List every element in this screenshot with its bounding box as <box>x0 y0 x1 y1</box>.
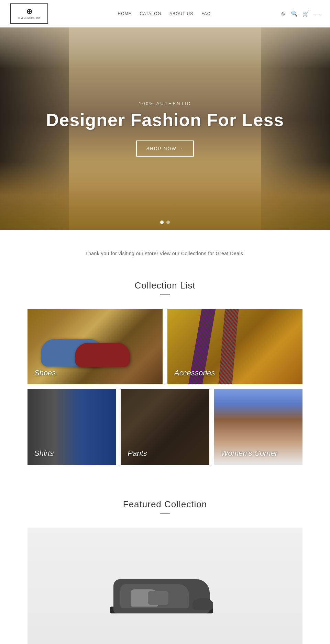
search-icon[interactable]: 🔍 <box>291 10 298 17</box>
collection-title: Collection List <box>28 280 302 291</box>
hero-subtitle: 100% AUTHENTIC <box>46 101 284 106</box>
header: ⊕ E & J Sales, Inc HOME CATALOG ABOUT US… <box>0 0 330 27</box>
collection-pants[interactable]: Pants <box>121 389 209 465</box>
collection-shirts[interactable]: Shirts <box>28 389 116 465</box>
shirts-label: Shirts <box>34 449 54 458</box>
hero-dot-1[interactable] <box>160 221 164 224</box>
nav-home[interactable]: HOME <box>118 11 131 16</box>
logo-box: ⊕ E & J Sales, Inc <box>10 3 48 24</box>
shoe-toe <box>192 598 213 610</box>
cart-icon[interactable]: 🛒 <box>302 10 309 17</box>
featured-shoe-image <box>28 528 302 644</box>
collection-accessories[interactable]: Accessories <box>167 309 302 384</box>
hero-title: Designer Fashion For Less <box>46 110 284 130</box>
collection-grid-top: Shoes Accessories <box>28 309 302 384</box>
nav-catalog[interactable]: CATALOG <box>140 11 161 16</box>
collection-grid-bottom: Shirts Pants Women's Corner <box>28 389 302 465</box>
nav-about[interactable]: ABOUT US <box>169 11 193 16</box>
accessories-label: Accessories <box>174 369 215 377</box>
welcome-section: Thank you for visiting our store! View o… <box>0 230 330 267</box>
hero-floor <box>0 161 330 230</box>
welcome-text: Thank you for visiting our store! View o… <box>14 251 316 256</box>
logo-area[interactable]: ⊕ E & J Sales, Inc <box>10 3 48 24</box>
collection-womens[interactable]: Women's Corner <box>214 389 302 465</box>
collection-divider <box>160 294 170 295</box>
shoe-accent2 <box>148 591 168 605</box>
shoe-silhouette <box>113 562 217 613</box>
featured-divider <box>160 513 170 514</box>
collection-section: Collection List Shoes Accessories Shirts… <box>0 267 330 485</box>
pants-label: Pants <box>128 449 147 458</box>
logo-company-name: E & J Sales, Inc <box>18 16 40 20</box>
hero-cta-button[interactable]: SHOP NOW → <box>136 140 194 157</box>
logo-emblem: ⊕ <box>26 8 32 15</box>
hero-section: 100% AUTHENTIC Designer Fashion For Less… <box>0 27 330 230</box>
account-icon[interactable]: ☺ <box>280 11 286 17</box>
featured-title: Featured Collection <box>28 499 302 510</box>
featured-section: Featured Collection <box>0 485 330 644</box>
main-nav: HOME CATALOG ABOUT US FAQ <box>118 11 211 16</box>
featured-product-card[interactable] <box>28 528 302 644</box>
nav-icons: ☺ 🔍 🛒 — <box>280 10 320 17</box>
menu-icon[interactable]: — <box>314 11 320 17</box>
hero-dot-2[interactable] <box>166 221 170 224</box>
hero-content: 100% AUTHENTIC Designer Fashion For Less… <box>46 101 284 156</box>
womens-label: Women's Corner <box>221 449 277 458</box>
hero-ceiling <box>0 27 330 69</box>
nav-faq[interactable]: FAQ <box>201 11 211 16</box>
shoes-label: Shoes <box>34 369 56 377</box>
hero-dots <box>160 221 170 224</box>
collection-shoes[interactable]: Shoes <box>28 309 163 384</box>
